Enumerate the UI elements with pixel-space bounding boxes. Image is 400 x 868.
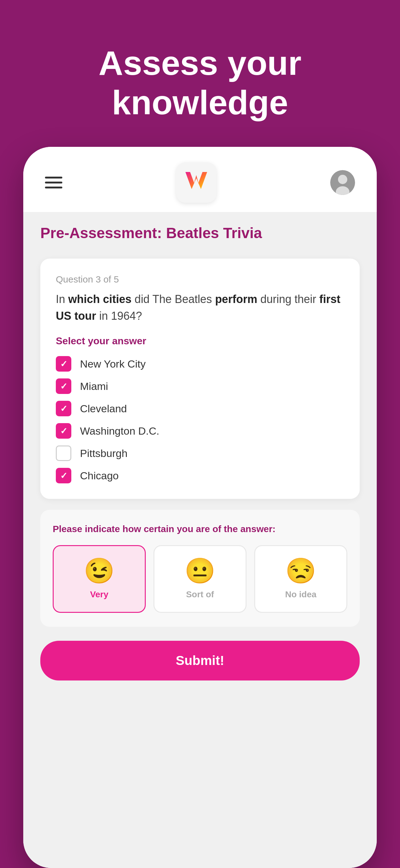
phone-topbar [23, 147, 377, 212]
checkbox-chicago[interactable]: ✓ [56, 468, 71, 483]
assessment-title: Pre-Assessment: Beatles Trivia [40, 212, 360, 248]
checkbox-cleveland[interactable]: ✓ [56, 401, 71, 416]
checkmark-miami: ✓ [60, 381, 67, 392]
certainty-sort-of-label: Sort of [186, 590, 214, 599]
option-nyc[interactable]: ✓ New York City [56, 356, 344, 372]
option-chicago-label: Chicago [80, 470, 119, 482]
option-dc-label: Washington D.C. [80, 425, 159, 437]
page-title: Assess your knowledge [99, 43, 301, 122]
certainty-sort-of[interactable]: 😐 Sort of [154, 545, 246, 613]
logo-box [176, 162, 216, 203]
logo-icon [186, 172, 207, 193]
content-area: Pre-Assessment: Beatles Trivia Question … [23, 212, 377, 868]
hamburger-menu-button[interactable] [45, 177, 62, 188]
checkbox-dc[interactable]: ✓ [56, 423, 71, 439]
hamburger-line-1 [45, 177, 62, 179]
checkbox-miami[interactable]: ✓ [56, 378, 71, 394]
page-title-section: Assess your knowledge [0, 0, 400, 147]
certainty-label: Please indicate how certain you are of t… [53, 524, 347, 534]
certainty-options: 😉 Very 😐 Sort of 😒 No idea [53, 545, 347, 613]
checkmark-nyc: ✓ [60, 359, 67, 369]
certainty-very-label: Very [90, 590, 108, 599]
checkbox-nyc[interactable]: ✓ [56, 356, 71, 372]
option-dc[interactable]: ✓ Washington D.C. [56, 423, 344, 439]
svg-point-2 [338, 175, 347, 184]
select-answer-label: Select your answer [56, 335, 344, 347]
question-text: In which cities did The Beatles perform … [56, 291, 344, 324]
certainty-no-idea[interactable]: 😒 No idea [254, 545, 347, 613]
answer-options-list: ✓ New York City ✓ Miami ✓ Cleveland [56, 356, 344, 483]
certainty-very[interactable]: 😉 Very [53, 545, 146, 613]
option-pittsburgh-label: Pittsburgh [80, 447, 128, 460]
question-card: Question 3 of 5 In which cities did The … [40, 258, 360, 499]
certainty-no-idea-label: No idea [285, 590, 316, 599]
checkmark-cleveland: ✓ [60, 404, 67, 414]
option-nyc-label: New York City [80, 358, 146, 370]
certainty-sort-of-emoji: 😐 [185, 558, 215, 583]
option-miami-label: Miami [80, 380, 108, 393]
option-cleveland[interactable]: ✓ Cleveland [56, 401, 344, 416]
option-chicago[interactable]: ✓ Chicago [56, 468, 344, 483]
certainty-no-idea-emoji: 😒 [285, 558, 316, 583]
question-number: Question 3 of 5 [56, 274, 344, 285]
hamburger-line-2 [45, 182, 62, 183]
certainty-very-emoji: 😉 [84, 558, 115, 583]
checkmark-dc: ✓ [60, 426, 67, 436]
option-cleveland-label: Cleveland [80, 403, 127, 415]
avatar[interactable] [330, 170, 355, 195]
phone-container: Pre-Assessment: Beatles Trivia Question … [23, 147, 377, 868]
svg-marker-0 [186, 172, 207, 189]
option-miami[interactable]: ✓ Miami [56, 378, 344, 394]
checkbox-pittsburgh[interactable] [56, 445, 71, 461]
option-pittsburgh[interactable]: Pittsburgh [56, 445, 344, 461]
certainty-card: Please indicate how certain you are of t… [40, 510, 360, 627]
hamburger-line-3 [45, 187, 62, 188]
submit-button[interactable]: Submit! [40, 641, 360, 681]
checkmark-chicago: ✓ [60, 471, 67, 481]
